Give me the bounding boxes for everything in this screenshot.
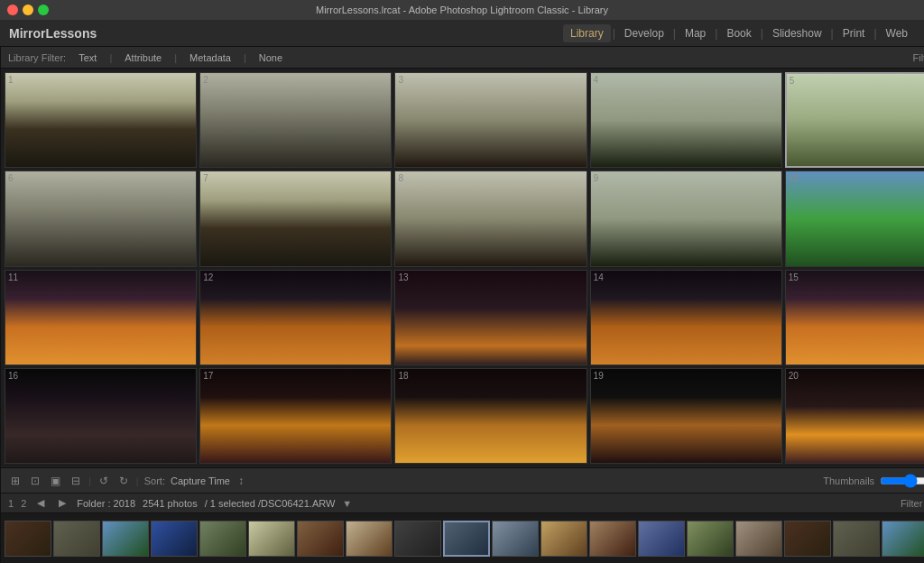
- thumb-5-selected[interactable]: 5 🏳: [785, 72, 924, 168]
- filmstrip-thumb-12[interactable]: [589, 521, 636, 557]
- rotate-left-icon[interactable]: ↺: [97, 473, 111, 489]
- filmstrip-forward-btn[interactable]: ▶: [55, 496, 69, 510]
- filmstrip-thumb-2[interactable]: [53, 521, 100, 557]
- rotate-right-icon[interactable]: ↻: [116, 473, 131, 489]
- filmstrip: 1 2 ◀ ▶ Folder : 2018 2541 photos / 1 se…: [1, 493, 924, 563]
- filmstrip-thumbs: [1, 513, 924, 563]
- filmstrip-thumb-active[interactable]: [443, 521, 490, 557]
- filmstrip-thumb-9[interactable]: [394, 521, 441, 557]
- compare-icon[interactable]: ▣: [48, 473, 63, 489]
- grid-view-icon[interactable]: ⊞: [8, 473, 23, 489]
- thumb-15[interactable]: 15: [785, 270, 924, 365]
- window-title: MirrorLessons.lrcat - Adobe Photoshop Li…: [316, 5, 608, 15]
- thumb-10[interactable]: 10: [785, 171, 924, 266]
- filmstrip-arrow-icon: ▼: [342, 498, 352, 509]
- thumb-3[interactable]: 3: [394, 72, 587, 168]
- filter-right: Filters Off 🔒: [913, 51, 924, 63]
- thumb-14[interactable]: 14: [590, 270, 782, 365]
- thumb-16[interactable]: 16: [5, 368, 197, 464]
- filmstrip-thumb-5[interactable]: [199, 521, 246, 557]
- thumb-7[interactable]: 7: [199, 171, 392, 266]
- close-button[interactable]: [7, 5, 18, 15]
- filter-metadata-btn[interactable]: Metadata: [184, 51, 236, 64]
- nav-item-book[interactable]: Book: [719, 24, 758, 42]
- titlebar: MirrorLessons.lrcat - Adobe Photoshop Li…: [0, 0, 924, 20]
- nav-item-print[interactable]: Print: [836, 24, 873, 42]
- filmstrip-thumb-6[interactable]: [248, 521, 295, 557]
- filmstrip-back-btn[interactable]: ◀: [33, 496, 48, 510]
- nav-item-slideshow[interactable]: Slideshow: [765, 24, 829, 42]
- filter-attribute-btn[interactable]: Attribute: [119, 51, 167, 64]
- thumb-11[interactable]: 11: [5, 270, 197, 365]
- filmstrip-thumb-18[interactable]: [882, 521, 924, 557]
- sort-label: Sort:: [144, 475, 165, 486]
- filmstrip-thumb-14[interactable]: [687, 521, 734, 557]
- filter-bar: Library Filter: Text | Attribute | Metad…: [1, 47, 924, 69]
- filmstrip-thumb-16[interactable]: [784, 521, 831, 557]
- grid-toolbar: ⊞ ⊡ ▣ ⊟ | ↺ ↻ | Sort: Capture Time ↕ Thu…: [1, 467, 924, 493]
- top-navigation: MirrorLessons Library | Develop | Map | …: [0, 20, 924, 47]
- thumb-20[interactable]: 20: [785, 368, 924, 464]
- traffic-lights: [7, 5, 49, 15]
- thumbnail-size-slider[interactable]: [880, 474, 924, 488]
- sort-value[interactable]: Capture Time: [171, 475, 230, 486]
- minimize-button[interactable]: [23, 5, 33, 15]
- filmstrip-count: 2541 photos: [143, 498, 198, 509]
- filmstrip-thumb-10[interactable]: [492, 521, 539, 557]
- filter-none-btn[interactable]: None: [254, 51, 288, 64]
- filter-text-btn[interactable]: Text: [73, 51, 102, 64]
- filmstrip-folder-label: Folder : 2018: [77, 498, 135, 509]
- thumb-12[interactable]: 12: [199, 270, 392, 365]
- filmstrip-thumb-3[interactable]: [102, 521, 149, 557]
- thumb-8[interactable]: 8: [394, 171, 587, 266]
- filmstrip-thumb-1[interactable]: [5, 521, 51, 557]
- filter-off-label: Filters Off: [913, 52, 924, 63]
- nav-item-develop[interactable]: Develop: [617, 24, 671, 42]
- survey-icon[interactable]: ⊟: [69, 473, 83, 489]
- filmstrip-thumb-7[interactable]: [297, 521, 344, 557]
- thumb-6[interactable]: 6: [5, 171, 197, 266]
- thumb-19[interactable]: 19: [590, 368, 782, 464]
- thumb-2[interactable]: 2: [199, 72, 392, 168]
- filmstrip-page-num: 1: [8, 498, 14, 509]
- main-layout: Navigator FIT FILL 1:1 2:1 Catalog ▲ All…: [0, 47, 924, 563]
- thumb-18[interactable]: 18: [394, 368, 587, 464]
- filmstrip-thumb-4[interactable]: [151, 521, 198, 557]
- filter-bar-label: Library Filter:: [8, 52, 66, 63]
- center-panel: Library Filter: Text | Attribute | Metad…: [1, 47, 924, 563]
- nav-item-web[interactable]: Web: [879, 24, 915, 42]
- thumb-17[interactable]: 17: [199, 368, 392, 464]
- maximize-button[interactable]: [38, 5, 49, 15]
- filmstrip-filter-label: Filter :: [901, 498, 924, 509]
- thumbnails-slider-container: Thumbnails ▼: [823, 473, 924, 489]
- loupe-view-icon[interactable]: ⊡: [28, 473, 42, 489]
- thumb-4[interactable]: 4: [590, 72, 782, 168]
- nav-items: Library | Develop | Map | Book | Slidesh…: [563, 24, 915, 42]
- nav-item-map[interactable]: Map: [678, 24, 713, 42]
- filmstrip-thumb-8[interactable]: [346, 521, 393, 557]
- sort-direction-icon[interactable]: ↕: [236, 473, 246, 489]
- thumbnails-label: Thumbnails: [823, 475, 874, 486]
- filmstrip-nav: 1 2 ◀ ▶ Folder : 2018 2541 photos / 1 se…: [1, 494, 924, 513]
- photo-grid: 1 2 3 4 5 🏳 6: [1, 69, 924, 467]
- app-name: MirrorLessons: [9, 26, 563, 41]
- filmstrip-page-2: 2: [21, 498, 26, 509]
- filmstrip-selected: / 1 selected /DSC06421.ARW: [205, 498, 336, 509]
- filmstrip-thumb-11[interactable]: [541, 521, 587, 557]
- thumb-13[interactable]: 13: [394, 270, 587, 365]
- nav-item-library[interactable]: Library: [563, 24, 611, 42]
- thumb-9[interactable]: 9: [590, 171, 782, 266]
- filmstrip-filter: Filter : Filters Off: [901, 498, 924, 509]
- filmstrip-thumb-15[interactable]: [735, 521, 782, 557]
- filmstrip-thumb-17[interactable]: [833, 521, 880, 557]
- thumb-1[interactable]: 1: [5, 72, 197, 168]
- filmstrip-thumb-13[interactable]: [638, 521, 685, 557]
